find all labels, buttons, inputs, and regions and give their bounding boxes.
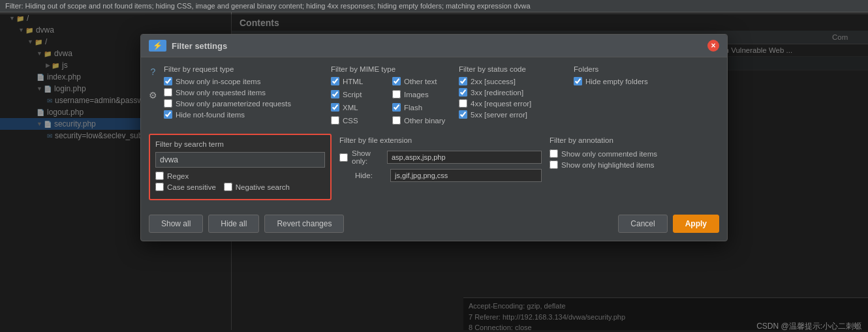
checkbox-in-scope-input[interactable]: [164, 77, 172, 85]
watermark: CSDN @温馨提示:小心二刺螈: [756, 321, 861, 332]
modal-body: ? ⚙ Filter by request type Show only in-…: [141, 57, 727, 215]
checkbox-in-scope: Show only in-scope items: [164, 77, 320, 85]
cancel-button[interactable]: Cancel: [618, 215, 667, 233]
search-term-input[interactable]: [155, 152, 325, 168]
checkbox-requested-input[interactable]: [164, 88, 172, 97]
checkbox-parameterized: Show only parameterized requests: [164, 99, 320, 108]
mime-flash-input[interactable]: [392, 103, 401, 112]
mime-other-text-input[interactable]: [392, 77, 401, 85]
status-4xx: 4xx [request error]: [459, 99, 563, 108]
commented-items-input[interactable]: [550, 149, 558, 158]
highlighted-items-input[interactable]: [550, 160, 558, 169]
mime-other-binary: Other binary: [392, 116, 448, 125]
status-2xx: 2xx [success]: [459, 77, 563, 85]
footer-right-buttons: Cancel Apply: [618, 215, 719, 233]
modal-header: ⚡ Filter settings ×: [141, 35, 727, 57]
filter-settings-modal: ⚡ Filter settings × ? ⚙ Filter by reques…: [140, 34, 728, 241]
bolt-icon: ⚡: [149, 40, 166, 52]
search-term-section: Filter by search term Regex Case sensiti…: [149, 134, 332, 200]
mime-script: Script: [331, 90, 387, 98]
mime-html: HTML: [331, 77, 387, 85]
mime-css-input[interactable]: [331, 116, 339, 125]
commented-items-checkbox: Show only commented items: [550, 149, 680, 158]
modal-title: Filter settings: [172, 41, 227, 51]
mime-flash: Flash: [392, 103, 448, 112]
mime-xml: XML: [331, 103, 387, 112]
folders-section: Folders Hide empty folders: [574, 65, 648, 127]
highlighted-items-checkbox: Show only highlighted items: [550, 160, 680, 169]
modal-footer: Show all Hide all Revert changes Cancel …: [141, 215, 727, 241]
mime-other-binary-input[interactable]: [392, 116, 401, 125]
checkbox-parameterized-input[interactable]: [164, 99, 172, 108]
hide-row: Hide:: [339, 169, 542, 182]
hide-empty-folders: Hide empty folders: [574, 77, 648, 85]
footer-left-buttons: Show all Hide all Revert changes: [149, 215, 344, 233]
search-term-title: Filter by search term: [155, 140, 325, 148]
hide-label: Hide:: [355, 172, 386, 179]
checkbox-hide-notfound: Hide not-found items: [164, 110, 320, 119]
request-type-section: Filter by request type Show only in-scop…: [164, 65, 320, 127]
gear-icon: ⚙: [149, 90, 157, 100]
hide-empty-folders-input[interactable]: [574, 77, 582, 85]
show-all-button[interactable]: Show all: [149, 215, 203, 233]
hide-all-button[interactable]: Hide all: [208, 215, 259, 233]
mime-xml-input[interactable]: [331, 103, 339, 112]
status-4xx-input[interactable]: [459, 99, 467, 108]
checkbox-hide-notfound-input[interactable]: [164, 110, 172, 119]
status-5xx: 5xx [server error]: [459, 110, 563, 119]
show-only-label: Show only:: [352, 149, 383, 165]
checkbox-requested: Show only requested items: [164, 88, 320, 97]
revert-changes-button[interactable]: Revert changes: [264, 215, 344, 233]
file-extension-section: Filter by file extension Show only: Hide…: [339, 134, 542, 200]
modal-overlay: ⚡ Filter settings × ? ⚙ Filter by reques…: [0, 14, 868, 332]
regex-checkbox: Regex: [155, 172, 325, 180]
mime-html-input[interactable]: [331, 77, 339, 85]
status-3xx: 3xx [redirection]: [459, 88, 563, 97]
negative-search-checkbox: Negative search: [224, 183, 290, 191]
status-3xx-input[interactable]: [459, 88, 467, 97]
mime-other-text: Other text: [392, 77, 448, 85]
apply-button[interactable]: Apply: [673, 215, 719, 233]
show-only-input[interactable]: [387, 151, 542, 164]
file-ext-title: Filter by file extension: [339, 136, 542, 144]
mime-type-section: Filter by MIME type HTML Other text S: [331, 65, 448, 127]
status-code-title: Filter by status code: [459, 65, 563, 73]
filter-bar: Filter: Hiding out of scope and not foun…: [0, 0, 868, 12]
modal-close-button[interactable]: ×: [707, 40, 719, 52]
status-5xx-input[interactable]: [459, 110, 467, 119]
question-icon: ?: [151, 67, 156, 77]
regex-input[interactable]: [155, 172, 164, 180]
case-sensitive-checkbox: Case sensitive: [155, 183, 216, 191]
folders-title: Folders: [574, 65, 648, 73]
show-only-checkbox-input[interactable]: [339, 153, 348, 162]
hide-input[interactable]: [390, 169, 542, 182]
annotation-title: Filter by annotation: [550, 136, 680, 144]
filter-bar-text: Filter: Hiding out of scope and not foun…: [5, 2, 531, 10]
show-only-row: Show only:: [339, 149, 542, 165]
status-code-section: Filter by status code 2xx [success] 3xx …: [459, 65, 563, 127]
mime-type-title: Filter by MIME type: [331, 65, 448, 73]
status-2xx-input[interactable]: [459, 77, 467, 85]
annotation-section: Filter by annotation Show only commented…: [550, 134, 680, 200]
mime-images: Images: [392, 90, 448, 98]
request-type-title: Filter by request type: [164, 65, 320, 73]
mime-script-input[interactable]: [331, 90, 339, 98]
mime-images-input[interactable]: [392, 90, 401, 98]
negative-search-input[interactable]: [224, 183, 232, 191]
mime-css: CSS: [331, 116, 387, 125]
case-sensitive-input[interactable]: [155, 183, 164, 191]
